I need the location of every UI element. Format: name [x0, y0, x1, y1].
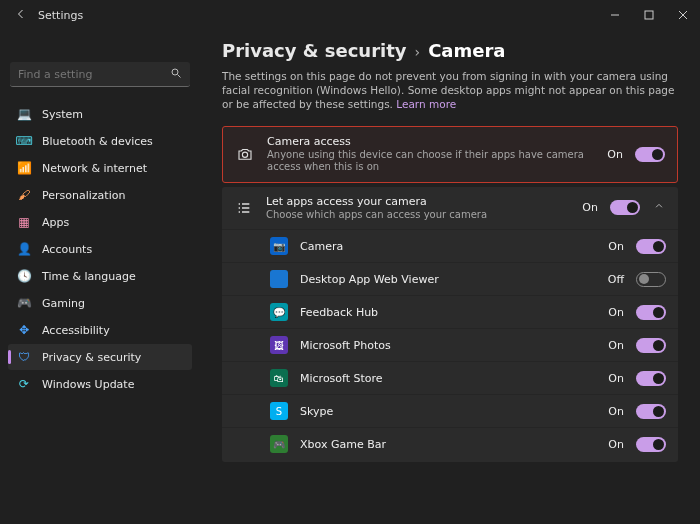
- maximize-icon: [644, 10, 654, 20]
- camera-access-subtitle: Anyone using this device can choose if t…: [267, 149, 595, 174]
- maximize-button[interactable]: [632, 0, 666, 30]
- sidebar-item-icon: ⌨: [16, 133, 32, 149]
- sidebar-item-time-language[interactable]: 🕓Time & language: [8, 263, 192, 289]
- app-icon: S: [270, 402, 288, 420]
- sidebar-item-icon: 🕓: [16, 268, 32, 284]
- chevron-up-icon[interactable]: [652, 201, 666, 214]
- sidebar-item-system[interactable]: 💻System: [8, 101, 192, 127]
- sidebar-item-personalization[interactable]: 🖌Personalization: [8, 182, 192, 208]
- sidebar-item-label: Accessibility: [42, 324, 110, 337]
- titlebar: Settings: [0, 0, 700, 30]
- arrow-left-icon: [15, 8, 27, 20]
- sidebar-nav: 💻System⌨Bluetooth & devices📶Network & in…: [8, 101, 192, 397]
- sidebar: 💻System⌨Bluetooth & devices📶Network & in…: [0, 30, 200, 524]
- apps-access-subtitle: Choose which apps can access your camera: [266, 209, 570, 222]
- sidebar-item-label: Windows Update: [42, 378, 134, 391]
- sidebar-item-apps[interactable]: ▦Apps: [8, 209, 192, 235]
- app-icon: 📷: [270, 237, 288, 255]
- app-name: Skype: [300, 405, 596, 418]
- svg-point-4: [172, 69, 178, 75]
- sidebar-item-accounts[interactable]: 👤Accounts: [8, 236, 192, 262]
- window-title: Settings: [38, 9, 83, 22]
- breadcrumb: Privacy & security › Camera: [222, 40, 678, 61]
- app-toggle-state: On: [608, 240, 624, 253]
- sidebar-item-privacy-security[interactable]: 🛡Privacy & security: [8, 344, 192, 370]
- app-toggle[interactable]: [636, 305, 666, 320]
- breadcrumb-current: Camera: [428, 40, 505, 61]
- sidebar-item-label: Network & internet: [42, 162, 147, 175]
- sidebar-item-label: Time & language: [42, 270, 136, 283]
- sidebar-item-bluetooth-devices[interactable]: ⌨Bluetooth & devices: [8, 128, 192, 154]
- sidebar-item-label: Accounts: [42, 243, 92, 256]
- back-button[interactable]: [10, 8, 32, 23]
- app-row: 🎮Xbox Game BarOn: [222, 427, 678, 460]
- app-name: Desktop App Web Viewer: [300, 273, 596, 286]
- sidebar-item-icon: 💻: [16, 106, 32, 122]
- app-toggle[interactable]: [636, 404, 666, 419]
- app-row: SSkypeOn: [222, 394, 678, 427]
- app-toggle-state: On: [608, 339, 624, 352]
- app-row: 🖼Microsoft PhotosOn: [222, 328, 678, 361]
- learn-more-link[interactable]: Learn more: [396, 98, 456, 110]
- app-toggle[interactable]: [636, 239, 666, 254]
- search-icon: [170, 67, 182, 82]
- main-content: Privacy & security › Camera The settings…: [200, 30, 700, 524]
- minimize-icon: [610, 10, 620, 20]
- app-toggle[interactable]: [636, 371, 666, 386]
- minimize-button[interactable]: [598, 0, 632, 30]
- camera-access-title: Camera access: [267, 135, 595, 148]
- close-icon: [678, 10, 688, 20]
- sidebar-item-icon: 📶: [16, 160, 32, 176]
- sidebar-item-network-internet[interactable]: 📶Network & internet: [8, 155, 192, 181]
- camera-access-card: Camera access Anyone using this device c…: [222, 126, 678, 183]
- sidebar-item-label: System: [42, 108, 83, 121]
- apps-access-toggle[interactable]: [610, 200, 640, 215]
- app-row: 💬Feedback HubOn: [222, 295, 678, 328]
- app-toggle[interactable]: [636, 437, 666, 452]
- app-toggle-state: Off: [608, 273, 624, 286]
- close-button[interactable]: [666, 0, 700, 30]
- breadcrumb-parent[interactable]: Privacy & security: [222, 40, 407, 61]
- app-toggle-state: On: [608, 438, 624, 451]
- app-row: 🛍Microsoft StoreOn: [222, 361, 678, 394]
- app-name: Microsoft Photos: [300, 339, 596, 352]
- app-toggle-state: On: [608, 405, 624, 418]
- app-icon: 🎮: [270, 435, 288, 453]
- app-row: Desktop App Web ViewerOff: [222, 262, 678, 295]
- camera-icon: [235, 144, 255, 164]
- app-icon: [270, 270, 288, 288]
- app-icon: 🖼: [270, 336, 288, 354]
- sidebar-item-accessibility[interactable]: ✥Accessibility: [8, 317, 192, 343]
- app-toggle[interactable]: [636, 338, 666, 353]
- app-toggle-state: On: [608, 306, 624, 319]
- app-icon: 💬: [270, 303, 288, 321]
- sidebar-item-icon: 👤: [16, 241, 32, 257]
- apps-access-header[interactable]: Let apps access your camera Choose which…: [222, 187, 678, 230]
- sidebar-item-label: Privacy & security: [42, 351, 141, 364]
- sidebar-item-gaming[interactable]: 🎮Gaming: [8, 290, 192, 316]
- app-name: Feedback Hub: [300, 306, 596, 319]
- sidebar-item-icon: 🎮: [16, 295, 32, 311]
- app-toggle[interactable]: [636, 272, 666, 287]
- camera-access-toggle[interactable]: [635, 147, 665, 162]
- list-icon: [234, 198, 254, 218]
- sidebar-item-icon: ✥: [16, 322, 32, 338]
- sidebar-item-label: Apps: [42, 216, 69, 229]
- page-description: The settings on this page do not prevent…: [222, 69, 678, 112]
- app-list: 📷CameraOnDesktop App Web ViewerOff💬Feedb…: [222, 229, 678, 462]
- app-icon: 🛍: [270, 369, 288, 387]
- search-input[interactable]: [18, 68, 170, 81]
- sidebar-item-label: Gaming: [42, 297, 85, 310]
- search-box[interactable]: [10, 62, 190, 87]
- sidebar-item-label: Bluetooth & devices: [42, 135, 153, 148]
- app-row: 📷CameraOn: [222, 229, 678, 262]
- sidebar-item-windows-update[interactable]: ⟳Windows Update: [8, 371, 192, 397]
- sidebar-item-icon: ▦: [16, 214, 32, 230]
- app-name: Xbox Game Bar: [300, 438, 596, 451]
- apps-access-state: On: [582, 201, 598, 214]
- sidebar-item-label: Personalization: [42, 189, 125, 202]
- svg-rect-1: [645, 11, 653, 19]
- svg-line-5: [178, 74, 181, 77]
- app-toggle-state: On: [608, 372, 624, 385]
- chevron-right-icon: ›: [415, 44, 421, 60]
